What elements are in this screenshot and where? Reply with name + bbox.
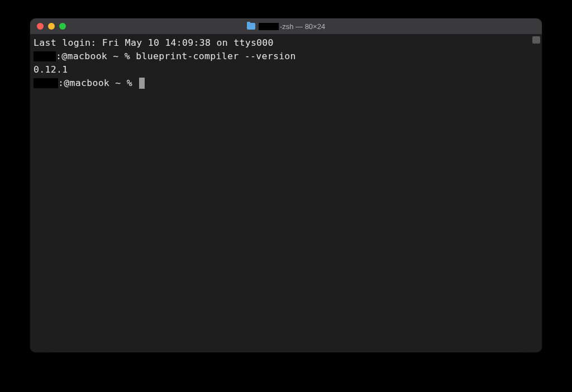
redacted-block xyxy=(34,78,58,88)
minimize-button[interactable] xyxy=(48,23,55,30)
output-text: 0.12.1 xyxy=(34,63,68,77)
cursor xyxy=(139,78,145,89)
terminal-body[interactable]: Last login: Fri May 10 14:09:38 on ttys0… xyxy=(30,34,542,352)
command-text: blueprint-compiler --version xyxy=(136,50,296,63)
terminal-window: -zsh — 80×24 Last login: Fri May 10 14:0… xyxy=(30,18,542,352)
terminal-line: Last login: Fri May 10 14:09:38 on ttys0… xyxy=(34,36,538,50)
prompt-text: :@macbook ~ % xyxy=(58,77,138,90)
window-titlebar[interactable]: -zsh — 80×24 xyxy=(30,18,542,34)
title-suffix: -zsh — 80×24 xyxy=(280,22,325,31)
traffic-lights xyxy=(30,23,66,30)
maximize-button[interactable] xyxy=(59,23,66,30)
terminal-line: :@macbook ~ % xyxy=(34,77,538,90)
terminal-line: 0.12.1 xyxy=(34,63,538,77)
terminal-line: :@macbook ~ % blueprint-compiler --versi… xyxy=(34,50,538,63)
close-button[interactable] xyxy=(37,23,44,30)
title-text: -zsh — 80×24 xyxy=(259,22,325,31)
window-title: -zsh — 80×24 xyxy=(30,22,542,31)
scroll-indicator[interactable] xyxy=(532,36,540,44)
last-login-text: Last login: Fri May 10 14:09:38 on ttys0… xyxy=(34,36,274,50)
folder-icon xyxy=(247,23,255,30)
redacted-block xyxy=(259,23,279,30)
prompt-text: :@macbook ~ % xyxy=(56,50,136,63)
redacted-block xyxy=(34,51,56,61)
